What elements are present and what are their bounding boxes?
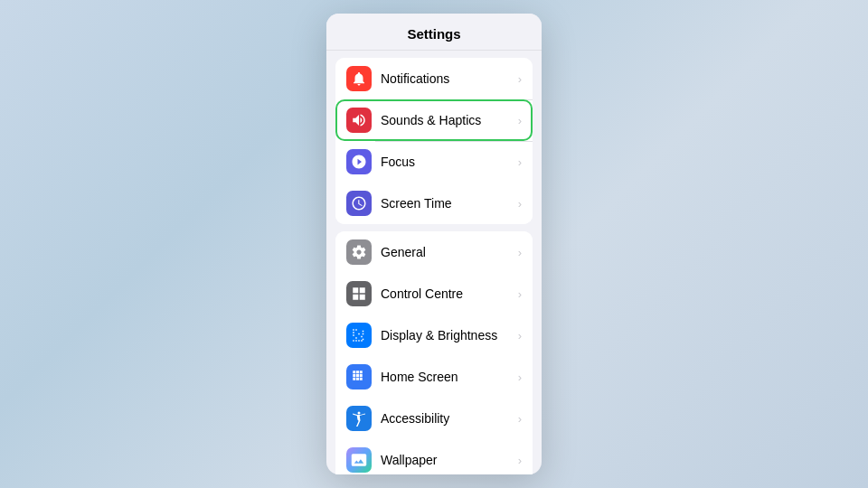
wallpaper-item[interactable]: Wallpaper › — [335, 439, 533, 474]
screen-time-label: Screen Time — [381, 196, 514, 211]
settings-title: Settings — [407, 26, 460, 42]
display-brightness-item[interactable]: Display & Brightness › — [335, 314, 533, 356]
screen-time-icon — [346, 191, 372, 216]
home-screen-item[interactable]: Home Screen › — [335, 356, 533, 398]
general-item[interactable]: General › — [335, 231, 533, 273]
svg-point-0 — [358, 412, 361, 415]
display-brightness-label: Display & Brightness — [381, 328, 514, 343]
sounds-haptics-item[interactable]: Sounds & Haptics › — [335, 99, 533, 141]
general-label: General — [381, 245, 514, 259]
wallpaper-icon — [346, 447, 372, 473]
focus-chevron: › — [518, 155, 522, 169]
control-centre-item[interactable]: Control Centre › — [335, 273, 533, 314]
home-screen-icon — [346, 364, 372, 389]
settings-body: Notifications › Sounds & Haptics › — [326, 51, 542, 474]
section-group-1: Notifications › Sounds & Haptics › — [335, 58, 533, 224]
notifications-chevron: › — [518, 72, 522, 86]
wallpaper-label: Wallpaper — [381, 453, 514, 467]
control-centre-chevron: › — [518, 287, 522, 301]
settings-header: Settings — [326, 14, 542, 51]
notifications-item[interactable]: Notifications › — [335, 58, 533, 99]
display-brightness-chevron: › — [518, 329, 522, 343]
screen-time-item[interactable]: Screen Time › — [335, 183, 533, 224]
control-centre-label: Control Centre — [381, 286, 514, 301]
notifications-label: Notifications — [381, 71, 514, 86]
home-screen-label: Home Screen — [381, 370, 514, 384]
accessibility-icon — [346, 406, 372, 431]
notifications-icon — [346, 66, 372, 91]
focus-item[interactable]: Focus › — [335, 141, 533, 183]
sounds-haptics-label: Sounds & Haptics — [381, 113, 514, 127]
accessibility-item[interactable]: Accessibility › — [335, 398, 533, 439]
control-centre-icon — [346, 281, 372, 306]
focus-icon — [346, 149, 372, 174]
screen-time-chevron: › — [518, 197, 522, 211]
display-brightness-icon — [346, 323, 372, 348]
focus-label: Focus — [381, 155, 514, 169]
general-chevron: › — [518, 246, 522, 259]
accessibility-chevron: › — [518, 412, 522, 426]
sounds-icon — [346, 108, 372, 133]
sounds-chevron: › — [518, 114, 522, 127]
wallpaper-chevron: › — [518, 454, 522, 467]
accessibility-label: Accessibility — [381, 411, 514, 426]
general-icon — [346, 239, 372, 265]
home-screen-chevron: › — [518, 371, 522, 384]
section-group-2: General › Control Centre › Displ — [335, 231, 533, 474]
settings-panel: Settings Notifications › Sounds — [326, 14, 542, 474]
